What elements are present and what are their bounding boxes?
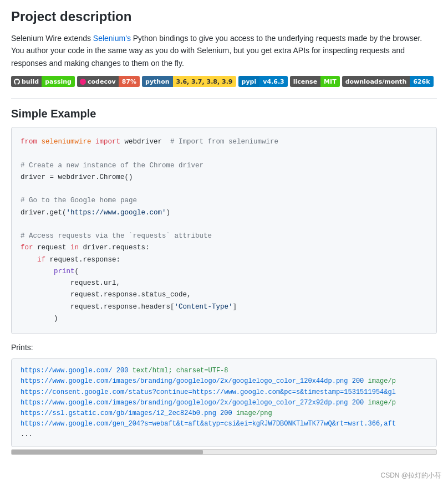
badge-license-right-label: MIT: [324, 78, 337, 85]
page-title: Project description: [11, 9, 437, 24]
output-block: https://www.google.com/ 200 text/html; c…: [11, 358, 437, 447]
badge-build-left-label: build: [22, 78, 39, 85]
badge-python[interactable]: python 3.6, 3.7, 3.8, 3.9: [142, 76, 236, 87]
code-block: from seleniumwire import webdriver # Imp…: [11, 127, 437, 334]
simple-example-title: Simple Example: [11, 107, 437, 120]
badge-pypi[interactable]: pypi v4.6.3: [238, 76, 288, 87]
codecov-icon: [80, 79, 86, 85]
badge-build[interactable]: build passing: [11, 76, 75, 87]
selenium-link[interactable]: Selenium's: [93, 34, 131, 43]
github-icon: [14, 79, 20, 85]
section-divider-1: [11, 98, 437, 99]
prints-label: Prints:: [11, 343, 437, 352]
badge-downloads-left-label: downloads/month: [345, 78, 407, 85]
badge-python-left-label: python: [145, 78, 170, 85]
badge-codecov-left-label: codecov: [88, 78, 116, 85]
description-text: Selenium Wire extends Selenium's Python …: [11, 32, 437, 69]
horizontal-scrollbar[interactable]: [11, 449, 437, 455]
badge-python-right-label: 3.6, 3.7, 3.8, 3.9: [176, 78, 233, 85]
badge-license-left-label: license: [293, 78, 317, 85]
badge-codecov-right-label: 87%: [122, 78, 136, 85]
badge-pypi-left-label: pypi: [242, 78, 257, 85]
badge-downloads-right-label: 626k: [413, 78, 430, 85]
badge-downloads[interactable]: downloads/month 626k: [342, 76, 434, 87]
badge-build-right-label: passing: [45, 78, 72, 85]
badges-container: build passing codecov 87% python 3.6, 3.…: [11, 76, 437, 87]
badge-codecov[interactable]: codecov 87%: [77, 76, 140, 87]
watermark: CSDN @拉灯的小苻: [380, 471, 441, 477]
badge-pypi-right-label: v4.6.3: [263, 78, 284, 85]
scrollbar-thumb[interactable]: [12, 450, 203, 454]
badge-license[interactable]: license MIT: [290, 76, 340, 87]
